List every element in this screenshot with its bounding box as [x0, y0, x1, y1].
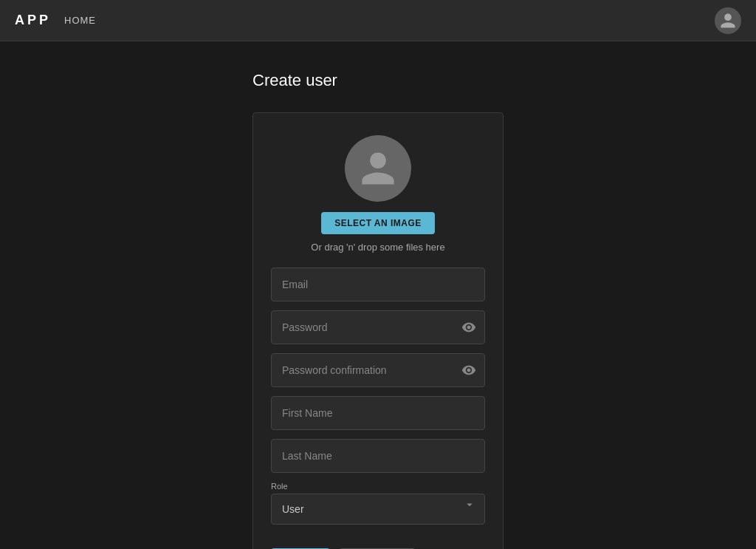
avatar-section: SELECT AN IMAGE Or drag 'n' drop some fi…	[271, 135, 485, 253]
role-field-wrapper: Role User Admin Moderator	[271, 482, 485, 525]
app-logo: APP	[15, 13, 51, 28]
role-label: Role	[271, 482, 485, 491]
password-input[interactable]	[271, 310, 485, 344]
role-select[interactable]: User Admin Moderator	[271, 494, 485, 525]
user-icon	[719, 12, 737, 30]
navbar: APP HOME	[0, 0, 756, 41]
create-user-form-card: SELECT AN IMAGE Or drag 'n' drop some fi…	[252, 112, 504, 549]
first-name-input[interactable]	[271, 396, 485, 430]
page-title: Create user	[252, 71, 337, 90]
avatar-placeholder-icon	[358, 149, 398, 188]
drag-drop-hint: Or drag 'n' drop some files here	[311, 242, 444, 253]
avatar-placeholder	[345, 135, 411, 202]
password-confirm-input[interactable]	[271, 353, 485, 387]
navbar-left: APP HOME	[15, 13, 96, 28]
main-content: Create user SELECT AN IMAGE Or drag 'n' …	[0, 41, 756, 549]
home-nav-link[interactable]: HOME	[64, 15, 96, 26]
password-confirm-toggle-icon[interactable]	[461, 363, 476, 378]
last-name-input[interactable]	[271, 439, 485, 473]
password-confirm-field-wrapper	[271, 353, 485, 387]
email-field-wrapper	[271, 267, 485, 301]
last-name-field-wrapper	[271, 439, 485, 473]
form-fields: Role User Admin Moderator SAVE CANCEL	[271, 267, 485, 549]
user-avatar-button[interactable]	[715, 7, 741, 34]
select-image-button[interactable]: SELECT AN IMAGE	[321, 212, 435, 234]
password-field-wrapper	[271, 310, 485, 344]
first-name-field-wrapper	[271, 396, 485, 430]
email-input[interactable]	[271, 267, 485, 301]
password-toggle-icon[interactable]	[461, 320, 476, 335]
